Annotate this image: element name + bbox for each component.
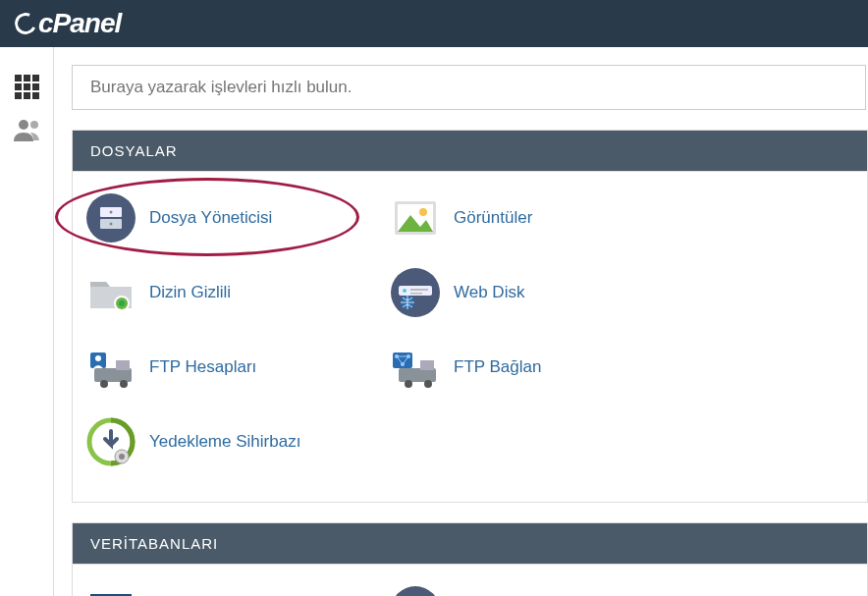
directory-privacy-label: Dizin Gizlili (149, 283, 231, 302)
web-disk-label: Web Disk (454, 283, 524, 302)
files-panel-title: DOSYALAR (73, 131, 867, 172)
svg-point-2 (86, 193, 136, 243)
logo-icon (12, 10, 39, 37)
svg-rect-32 (420, 360, 434, 370)
svg-point-23 (120, 380, 128, 388)
svg-point-22 (100, 380, 108, 388)
svg-point-20 (95, 355, 101, 361)
logo-text: cPanel (38, 8, 121, 39)
app-header: cPanel (0, 0, 868, 47)
ftp-accounts-item[interactable]: FTP Hesapları (86, 343, 391, 392)
databases-panel: VERİTABANLARI phpMyAdmin MySQL® Veritaba… (72, 522, 868, 596)
phpmyadmin-icon (86, 586, 136, 596)
search-input[interactable] (72, 65, 866, 110)
web-disk-icon (391, 268, 440, 317)
cpanel-logo: cPanel (15, 8, 121, 39)
ftp-accounts-label: FTP Hesapları (149, 357, 256, 377)
svg-rect-29 (399, 368, 436, 382)
svg-point-5 (110, 211, 113, 214)
web-disk-item[interactable]: Web Disk (391, 268, 695, 317)
svg-point-1 (30, 121, 38, 129)
ftp-accounts-icon (86, 343, 136, 392)
svg-rect-17 (410, 293, 422, 295)
files-panel: DOSYALAR Dosya Yöneticisi Görüntüler (72, 130, 868, 503)
directory-privacy-item[interactable]: Dizin Gizlili (86, 268, 391, 317)
images-label: Görüntüler (454, 208, 532, 228)
sidebar-users-button[interactable] (0, 108, 54, 151)
svg-rect-16 (410, 289, 428, 291)
file-manager-icon (86, 193, 136, 243)
svg-rect-24 (116, 360, 130, 370)
ftp-connections-item[interactable]: FTP Bağlan (391, 343, 695, 392)
users-icon (14, 118, 41, 141)
directory-privacy-icon (86, 268, 136, 317)
svg-point-31 (424, 380, 432, 388)
main-content: DOSYALAR Dosya Yöneticisi Görüntüler (54, 47, 868, 596)
svg-point-30 (405, 380, 412, 388)
backup-wizard-item[interactable]: Yedekleme Sihirbazı (86, 417, 391, 466)
backup-wizard-label: Yedekleme Sihirbazı (149, 432, 300, 452)
svg-point-6 (110, 223, 113, 226)
mysql-databases-icon (391, 586, 440, 596)
grid-icon (15, 75, 39, 99)
sidebar (0, 47, 54, 596)
file-manager-label: Dosya Yöneticisi (149, 208, 272, 228)
svg-point-12 (119, 300, 125, 306)
sidebar-home-button[interactable] (0, 65, 54, 108)
backup-wizard-icon (86, 417, 136, 466)
ftp-connections-label: FTP Bağlan (454, 357, 541, 377)
phpmyadmin-item[interactable]: phpMyAdmin (86, 586, 391, 596)
mysql-databases-item[interactable]: MySQL® Veritabanları (391, 586, 695, 596)
svg-point-15 (403, 289, 407, 293)
file-manager-item[interactable]: Dosya Yöneticisi (86, 193, 391, 243)
images-item[interactable]: Görüntüler (391, 193, 695, 243)
databases-panel-title: VERİTABANLARI (73, 523, 867, 565)
svg-point-0 (19, 120, 28, 130)
ftp-connections-icon (391, 343, 440, 392)
svg-point-45 (391, 586, 440, 596)
svg-rect-21 (94, 368, 132, 382)
images-icon (391, 193, 440, 243)
svg-point-35 (119, 454, 125, 460)
svg-point-9 (419, 208, 427, 216)
